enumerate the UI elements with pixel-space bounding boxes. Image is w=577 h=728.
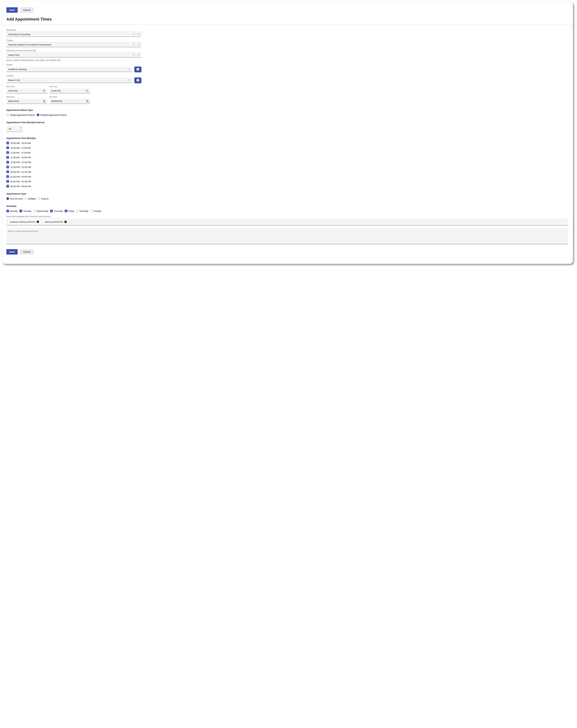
clear-icon[interactable]: ✕	[133, 33, 135, 35]
radio-drop-in[interactable]	[38, 198, 40, 200]
start-time-value: 10:00 AM	[8, 89, 17, 92]
time-blocks-list: 10:00 AM - 10:30 AM 10:30 AM - 11:00 AM …	[6, 142, 568, 187]
radio-single-appointment-block[interactable]	[6, 114, 9, 116]
note-input[interactable]	[6, 228, 568, 244]
checkbox-saturday[interactable]	[76, 210, 79, 212]
checkbox[interactable]	[6, 151, 9, 154]
end-date-label: End Date	[50, 96, 90, 98]
time-block-row: 12:30 PM - 01:00 PM	[6, 166, 568, 168]
clear-icon[interactable]: ✕	[133, 54, 135, 56]
time-block-row: 02:00 PM - 02:30 PM	[6, 180, 568, 183]
save-button[interactable]: Save	[6, 249, 18, 255]
program-chip: Academic Advising (#ADV#) ✕	[8, 219, 41, 224]
radio-multiple-appointment-block[interactable]	[37, 113, 39, 116]
start-date-input[interactable]: 08/01/2025	[6, 99, 47, 104]
radio-label: Multiple	[28, 198, 36, 200]
arrow-up-icon[interactable]: ▲	[20, 127, 21, 128]
download-circle-icon	[136, 78, 140, 82]
checkbox[interactable]	[6, 166, 9, 168]
checkbox[interactable]	[6, 147, 9, 149]
calendar-sync-note: Source: Outlook Calendar(Graph) , Sync O…	[6, 59, 568, 61]
time-block-label: 10:00 AM - 10:30 AM	[10, 142, 31, 144]
subject-value: Academic Advising	[8, 68, 26, 71]
clear-icon[interactable]: ✕	[128, 68, 130, 71]
cancel-button[interactable]: Cancel	[20, 7, 33, 13]
share-programs-label: Select other programs which share the sa…	[6, 215, 568, 217]
checkbox-thursday[interactable]	[50, 210, 53, 212]
chevron-down-icon[interactable]: ▼	[137, 44, 139, 46]
checkbox[interactable]	[6, 156, 9, 159]
chevron-down-icon[interactable]: ▼	[137, 33, 139, 35]
department-value: Advising & Counseling	[8, 33, 30, 35]
start-time-input[interactable]: 10:00 AM	[6, 88, 47, 94]
save-button[interactable]: Save	[6, 7, 18, 13]
radio-label: Drop-In	[41, 198, 49, 200]
day-label: Thursday	[54, 210, 63, 212]
time-block-label: 12:00 PM - 12:30 PM	[10, 161, 31, 163]
clock-icon[interactable]	[86, 89, 89, 92]
checkbox[interactable]	[6, 180, 9, 183]
day-label: Tuesday	[23, 210, 31, 212]
clear-icon[interactable]: ✕	[133, 43, 135, 46]
checkbox-tuesday[interactable]	[20, 210, 22, 212]
location-insert-button[interactable]	[134, 77, 141, 83]
arrow-down-icon[interactable]: ▼	[20, 129, 21, 131]
remove-chip-icon[interactable]: ✕	[36, 220, 39, 223]
radio-multiple[interactable]	[25, 198, 27, 200]
checkbox[interactable]	[6, 175, 9, 178]
checkbox[interactable]	[6, 161, 9, 163]
location-input[interactable]: Room # 101 ✕	[6, 78, 132, 83]
subject-input[interactable]: Academic Advising ✕	[6, 67, 132, 72]
radio-label: Multiple Appointment Block	[40, 114, 67, 116]
clock-icon[interactable]	[43, 89, 46, 92]
time-block-label: 11:30 AM - 12:00 PM	[10, 156, 31, 159]
time-block-label: 02:30 PM - 03:00 PM	[10, 185, 31, 187]
top-toolbar: Save Cancel	[6, 7, 568, 13]
subject-label: Subject	[6, 64, 568, 66]
page-title: Add Appointment Times	[6, 17, 568, 22]
clear-icon[interactable]: ✕	[128, 79, 130, 81]
interval-heading: Appointment Time Block(s) Interval	[6, 121, 568, 124]
time-block-row: 11:00 AM - 11:30 AM	[6, 151, 568, 154]
department-select[interactable]: Advising & Counseling ✕ ▼	[6, 32, 141, 37]
checkbox[interactable]	[6, 185, 9, 187]
appointment-type-heading: Appointment Type	[6, 192, 568, 195]
time-block-row: 10:30 AM - 11:00 AM	[6, 147, 568, 149]
share-programs-input[interactable]: Academic Advising (#ADV#) ✕ Advising (#A…	[6, 218, 568, 226]
staff-select[interactable]: Henry Ford ✕ ▼	[6, 52, 141, 57]
end-date-input[interactable]: 08/30/2025	[50, 99, 90, 104]
checkbox[interactable]	[6, 142, 9, 144]
day-label: Monday	[10, 210, 18, 212]
end-time-input[interactable]: 03:00 PM	[50, 88, 90, 94]
chevron-down-icon[interactable]: ▼	[137, 54, 139, 56]
checkbox-monday[interactable]	[6, 210, 9, 212]
remove-chip-icon[interactable]: ✕	[65, 220, 67, 223]
calendar-icon[interactable]	[86, 100, 89, 103]
program-select[interactable]: Advising Support for Academic Improvemen…	[6, 42, 141, 47]
subject-row: Academic Advising ✕	[6, 67, 568, 72]
radio-one-on-one[interactable]	[6, 197, 9, 200]
time-block-label: 01:00 PM - 01:30 PM	[10, 171, 31, 173]
start-date-label: Start Date	[6, 96, 47, 98]
end-date-value: 08/30/2025	[51, 100, 62, 102]
chip-label: Academic Advising (#ADV#)	[10, 221, 35, 223]
location-label: Location	[6, 75, 568, 77]
checkbox-wednesday[interactable]	[33, 210, 36, 212]
start-time-label: Start Time	[6, 86, 47, 88]
block-type-heading: Appointment Block Type	[6, 109, 568, 111]
schedule-days: Monday Tuesday Wednesday Thursday Friday…	[6, 210, 568, 212]
schedule-heading: Schedule	[6, 205, 568, 207]
checkbox[interactable]	[6, 171, 9, 173]
checkbox-friday[interactable]	[65, 210, 67, 212]
interval-value: 30	[8, 128, 20, 130]
time-blocks-heading: Appointment Time Block(s)	[6, 137, 568, 139]
interval-stepper[interactable]: 30 ▲ ▼	[6, 126, 23, 132]
checkbox-sunday[interactable]	[90, 210, 93, 212]
time-block-label: 10:30 AM - 11:00 AM	[10, 147, 31, 149]
download-circle-icon	[136, 68, 140, 71]
radio-label: Single Appointment Block	[10, 114, 35, 116]
subject-insert-button[interactable]	[134, 67, 141, 72]
calendar-icon[interactable]	[43, 100, 46, 103]
cancel-button[interactable]: Cancel	[20, 249, 33, 255]
time-block-label: 02:00 PM - 02:30 PM	[10, 180, 31, 183]
